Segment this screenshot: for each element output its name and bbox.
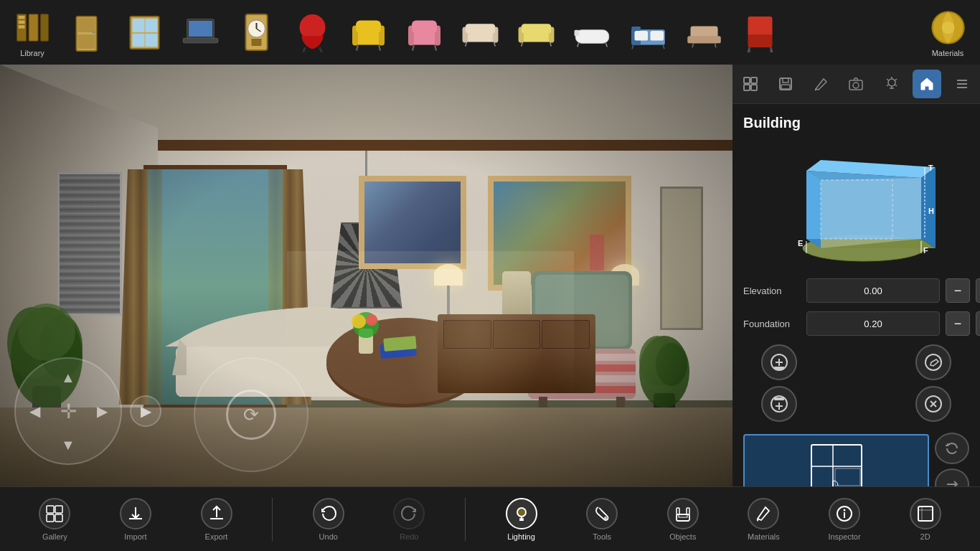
nav-pan-right[interactable]: ▶ — [130, 395, 161, 427]
top-toolbar: Library — [0, 0, 980, 65]
elevation-decrease[interactable]: − — [946, 278, 970, 303]
lighting-button[interactable]: Lighting — [496, 491, 547, 548]
svg-rect-151 — [687, 508, 689, 514]
svg-point-71 — [941, 21, 954, 34]
furniture-chair-red2[interactable] — [735, 4, 785, 61]
svg-rect-7 — [77, 18, 95, 32]
delete-floor-btn[interactable] — [915, 386, 951, 422]
svg-line-43 — [494, 42, 495, 46]
svg-rect-100 — [744, 77, 750, 83]
svg-line-42 — [465, 42, 466, 46]
svg-point-9 — [92, 31, 95, 34]
inspector-button[interactable]: Inspector — [819, 491, 870, 548]
furniture-sofa-yellow[interactable] — [511, 4, 561, 61]
flip-plan-btn[interactable] — [935, 468, 969, 486]
ottoman-icon — [684, 13, 724, 52]
redo-button[interactable]: Redo — [384, 491, 434, 548]
materials-bottom-button[interactable]: Materials — [738, 491, 788, 548]
tab-paint[interactable] — [806, 70, 835, 98]
gallery-button[interactable]: Gallery — [29, 491, 80, 548]
furniture-armchair[interactable] — [343, 4, 393, 61]
viewport[interactable]: ▲ ▼ ◀ ▶ ✛ ▶ ⟳ — [0, 65, 732, 486]
undo-label: Undo — [319, 532, 338, 541]
tab-lighting[interactable] — [877, 70, 906, 98]
svg-rect-150 — [677, 508, 679, 514]
svg-rect-2 — [18, 20, 24, 23]
library-button[interactable]: Library — [7, 4, 57, 61]
svg-rect-47 — [521, 24, 550, 34]
svg-line-52 — [577, 43, 578, 47]
furniture-pink-chair[interactable] — [399, 4, 449, 61]
redo-label: Redo — [400, 532, 418, 541]
svg-rect-130 — [774, 397, 784, 400]
tab-home[interactable] — [913, 70, 941, 98]
floor-plan-selected[interactable] — [743, 434, 929, 486]
furniture-ottoman[interactable] — [679, 4, 729, 61]
svg-text:H: H — [928, 207, 934, 215]
objects-button[interactable]: Objects — [658, 491, 708, 548]
elevation-row: Elevation − + — [743, 278, 969, 303]
svg-rect-4 — [29, 14, 38, 40]
svg-rect-50 — [575, 29, 609, 43]
foundation-decrease[interactable]: − — [946, 311, 970, 336]
building-preview: T H E F — [743, 142, 969, 264]
furniture-door[interactable] — [63, 4, 113, 61]
svg-point-108 — [853, 83, 859, 88]
materials-button[interactable]: Materials — [923, 4, 973, 61]
rotate-pad[interactable]: ⟳ — [194, 357, 308, 472]
add-floor-above-btn[interactable] — [761, 344, 797, 380]
svg-point-128 — [925, 354, 941, 370]
svg-text:T: T — [928, 164, 933, 172]
svg-point-143 — [517, 508, 526, 517]
2d-button[interactable]: 2D — [900, 491, 951, 548]
furniture-bed[interactable] — [623, 4, 673, 61]
foundation-row: Foundation − + — [743, 311, 969, 336]
artwork-1 — [359, 176, 466, 269]
directional-pad[interactable]: ▲ ▼ ◀ ▶ ✛ ▶ — [14, 357, 122, 465]
elevation-input[interactable] — [806, 278, 940, 303]
lighting-label: Lighting — [507, 532, 535, 541]
building-3d-diagram: T H E F — [778, 142, 936, 264]
foundation-label: Foundation — [743, 319, 801, 329]
undo-button[interactable]: Undo — [303, 491, 354, 548]
sideboard — [438, 314, 595, 393]
nav-center[interactable]: ✛ — [14, 357, 122, 465]
materials-icon — [928, 8, 968, 47]
armchair-icon — [349, 13, 388, 52]
svg-point-80 — [366, 314, 377, 326]
svg-rect-13 — [132, 34, 144, 47]
furniture-clock[interactable] — [231, 4, 281, 61]
right-wall-panel — [660, 187, 703, 330]
chair-red-icon — [293, 13, 332, 52]
export-icon — [201, 498, 232, 529]
action-buttons — [743, 344, 969, 422]
foundation-input[interactable] — [806, 311, 940, 336]
furniture-bathtub[interactable] — [567, 4, 617, 61]
svg-point-147 — [604, 517, 607, 519]
tab-save[interactable] — [771, 70, 800, 98]
rotate-plan-btn[interactable] — [935, 433, 969, 464]
add-floor-below-btn[interactable] — [761, 386, 797, 422]
svg-point-79 — [352, 314, 366, 329]
tab-objects[interactable] — [736, 70, 765, 98]
foundation-increase[interactable]: + — [976, 311, 980, 336]
edit-floor-btn[interactable] — [915, 344, 951, 380]
tools-icon — [586, 498, 618, 529]
laptop-icon — [181, 13, 220, 52]
floor-plans-area — [743, 433, 969, 486]
pink-chair-icon — [405, 13, 444, 52]
elevation-increase[interactable]: + — [976, 278, 980, 303]
lighting-btn-icon — [506, 498, 537, 529]
tools-button[interactable]: Tools — [577, 491, 627, 548]
tab-list[interactable] — [948, 70, 976, 98]
objects-label: Objects — [669, 532, 696, 541]
undo-icon — [313, 498, 344, 529]
furniture-sofa[interactable] — [455, 4, 505, 61]
tab-camera[interactable] — [842, 70, 870, 98]
2d-label: 2D — [920, 532, 930, 541]
import-button[interactable]: Import — [110, 491, 161, 548]
furniture-window[interactable] — [119, 4, 169, 61]
export-button[interactable]: Export — [192, 491, 242, 548]
furniture-laptop[interactable] — [175, 4, 225, 61]
furniture-chair-red[interactable] — [287, 4, 337, 61]
